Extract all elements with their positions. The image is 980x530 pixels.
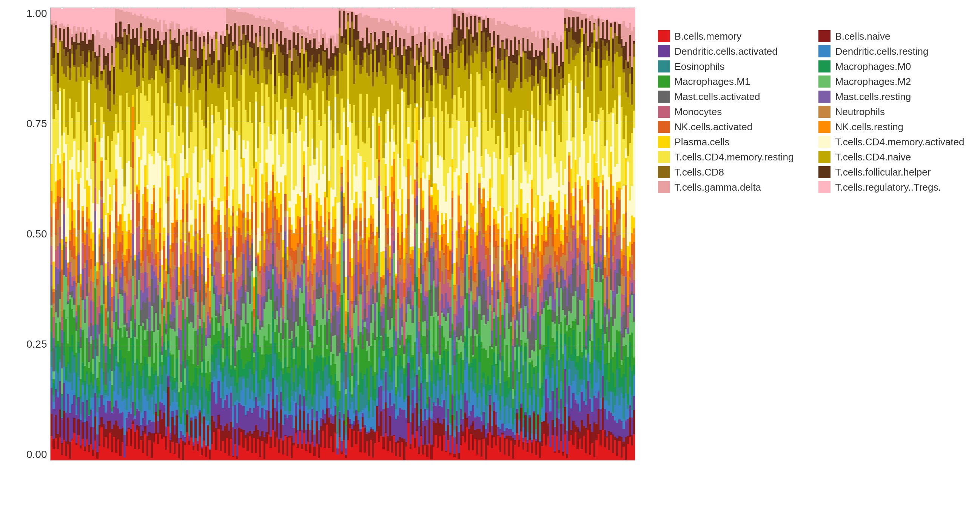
bar-segment bbox=[633, 111, 635, 128]
bar-segment bbox=[633, 434, 635, 460]
bar-segment bbox=[633, 242, 635, 269]
legend-label: T.cells.CD4.memory.activated bbox=[835, 136, 964, 148]
legend-label: T.cells.follicular.helper bbox=[835, 167, 931, 178]
bar-segment bbox=[633, 228, 635, 242]
legend-label: B.cells.naive bbox=[835, 30, 890, 42]
legend-item: Macrophages.M2 bbox=[818, 75, 964, 88]
legend-label: T.cells.regulatory..Tregs. bbox=[835, 181, 941, 193]
bar-segment bbox=[633, 217, 635, 228]
legend-item: Eosinophils bbox=[658, 60, 804, 72]
legend-swatch bbox=[818, 166, 830, 178]
legend-item: Macrophages.M0 bbox=[818, 60, 964, 72]
legend-swatch bbox=[658, 121, 670, 133]
legend-label: Neutrophils bbox=[835, 106, 885, 118]
legend-item: Mast.cells.activated bbox=[658, 91, 804, 103]
legend-item: Macrophages.M1 bbox=[658, 75, 804, 88]
legend-item: T.cells.CD4.naive bbox=[818, 151, 964, 163]
legend-label: T.cells.CD4.naive bbox=[835, 151, 911, 163]
bar-segment bbox=[633, 358, 635, 365]
bar-segment bbox=[633, 269, 635, 280]
legend-item: T.cells.gamma.delta bbox=[658, 181, 804, 193]
legend-item: T.cells.CD4.memory.activated bbox=[818, 136, 964, 148]
bar-segment bbox=[633, 376, 635, 396]
bar-segment bbox=[633, 128, 635, 217]
plot-frame bbox=[50, 8, 635, 460]
legend-item: Mast.cells.resting bbox=[818, 91, 964, 103]
legend-swatch bbox=[818, 106, 830, 118]
legend-item: NK.cells.resting bbox=[818, 121, 964, 133]
legend-item: Dendritic.cells.activated bbox=[658, 45, 804, 57]
legend-item: Dendritic.cells.resting bbox=[818, 45, 964, 57]
legend-swatch bbox=[658, 181, 670, 193]
legend-label: Mast.cells.activated bbox=[675, 91, 760, 103]
legend-swatch bbox=[818, 181, 830, 193]
legend-item: Monocytes bbox=[658, 106, 804, 118]
legend-swatch bbox=[818, 136, 830, 148]
legend-label: Dendritic.cells.activated bbox=[675, 46, 778, 57]
legend-swatch bbox=[658, 166, 670, 178]
legend-swatch bbox=[658, 45, 670, 57]
bar-segment bbox=[633, 57, 635, 110]
bar-segment bbox=[633, 27, 635, 41]
legend-item: B.cells.memory bbox=[658, 30, 804, 42]
legend-label: Dendritic.cells.resting bbox=[835, 46, 928, 57]
legend-swatch bbox=[658, 151, 670, 163]
bar-column bbox=[633, 8, 635, 460]
legend-swatch bbox=[818, 75, 830, 88]
legend-item: NK.cells.activated bbox=[658, 121, 804, 133]
legend-label: Eosinophils bbox=[675, 61, 725, 72]
legend-swatch bbox=[818, 45, 830, 57]
legend-label: B.cells.memory bbox=[675, 30, 742, 42]
legend-item: B.cells.naive bbox=[818, 30, 964, 42]
legend-item: T.cells.follicular.helper bbox=[818, 166, 964, 178]
bar-segment bbox=[633, 322, 635, 358]
legend-swatch bbox=[658, 106, 670, 118]
bar-segment bbox=[633, 8, 635, 27]
chart-container: 1.00 0.75 0.50 0.25 0.00 B.cells.memoryB… bbox=[8, 8, 972, 522]
bar-segment bbox=[633, 317, 635, 321]
legend-area: B.cells.memoryB.cells.naiveDendritic.cel… bbox=[658, 23, 964, 193]
bars-container bbox=[51, 8, 635, 460]
legend-item: Plasma.cells bbox=[658, 136, 804, 148]
legend-swatch bbox=[658, 75, 670, 88]
legend-label: Monocytes bbox=[675, 106, 722, 118]
legend-item: T.cells.CD8 bbox=[658, 166, 804, 178]
legend-swatch bbox=[818, 121, 830, 133]
legend-label: NK.cells.activated bbox=[675, 121, 753, 133]
bar-segment bbox=[633, 41, 635, 44]
bar-segment bbox=[633, 365, 635, 374]
bar-segment bbox=[633, 396, 635, 410]
legend-swatch bbox=[658, 136, 670, 148]
bar-segment bbox=[633, 410, 635, 434]
legend-label: Macrophages.M1 bbox=[675, 76, 751, 88]
legend-item: T.cells.regulatory..Tregs. bbox=[818, 181, 964, 193]
legend-swatch bbox=[818, 91, 830, 103]
bar-segment bbox=[633, 280, 635, 294]
gridline-75 bbox=[51, 121, 635, 121]
legend-label: Macrophages.M0 bbox=[835, 61, 911, 72]
legend-item: T.cells.CD4.memory.resting bbox=[658, 151, 804, 163]
legend-swatch bbox=[818, 60, 830, 72]
legend-swatch bbox=[818, 151, 830, 163]
legend-label: Plasma.cells bbox=[675, 136, 730, 148]
legend-swatch bbox=[658, 91, 670, 103]
gridline-50 bbox=[51, 234, 635, 234]
legend-label: T.cells.CD8 bbox=[675, 167, 724, 178]
legend-swatch bbox=[658, 30, 670, 42]
bar-segment bbox=[633, 294, 635, 317]
legend-grid: B.cells.memoryB.cells.naiveDendritic.cel… bbox=[658, 30, 964, 193]
legend-label: T.cells.gamma.delta bbox=[675, 181, 761, 193]
legend-swatch bbox=[818, 30, 830, 42]
gridline-25 bbox=[51, 347, 635, 347]
legend-swatch bbox=[658, 60, 670, 72]
legend-label: NK.cells.resting bbox=[835, 121, 904, 133]
y-axis-ticks: 1.00 0.75 0.50 0.25 0.00 bbox=[26, 8, 50, 460]
legend-label: Mast.cells.resting bbox=[835, 91, 911, 103]
legend-label: Macrophages.M2 bbox=[835, 76, 911, 88]
legend-label: T.cells.CD4.memory.resting bbox=[675, 151, 794, 163]
bar-segment bbox=[633, 44, 635, 57]
legend-item: Neutrophils bbox=[818, 106, 964, 118]
